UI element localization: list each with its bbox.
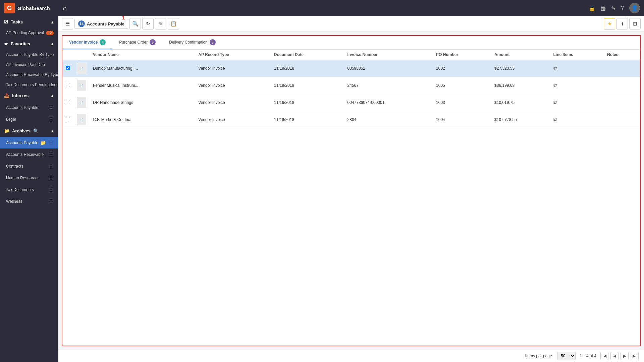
row-vendor-name: DR Handmade Strings [90,94,195,111]
row-line-items[interactable]: ⧉ [550,60,604,77]
sidebar-item-arch-ap[interactable]: Accounts Payable 📁 ⋮ [0,137,58,148]
archives-section-header[interactable]: 📁 Archives 🔍 ▲ [0,125,58,137]
tab-delivery-confirmation[interactable]: Delivery Confirmation 5 [162,36,222,49]
row-checkbox-cell[interactable] [62,77,73,94]
table-row[interactable]: 📄 Dunlop Manufacturing I... Vendor Invoi… [62,60,640,77]
tasks-label: Tasks [11,19,23,24]
edit-nav-icon[interactable]: ✎ [611,5,615,11]
arch-contracts-menu-icon[interactable]: ⋮ [48,163,54,169]
sidebar-item-tax-docs-pending[interactable]: Tax Documents Pending Inde... [0,80,58,90]
line-items-copy-icon[interactable]: ⧉ [553,82,557,88]
row-checkbox[interactable] [66,66,70,70]
row-po-number: 1005 [433,77,491,94]
col-ap-record-type: AP Record Type [195,50,271,60]
first-page-button[interactable]: |◀ [600,352,608,360]
row-ap-record-type: Vendor Invoice [195,111,271,128]
row-po-number: 1003 [433,94,491,111]
help-icon[interactable]: ? [621,5,624,11]
row-line-items[interactable]: ⧉ [550,94,604,111]
sidebar-item-ar-by-type[interactable]: Accounts Receivable By Type [0,70,58,80]
sidebar-item-arch-contracts[interactable]: Contracts ⋮ [0,160,58,172]
row-checkbox-cell[interactable] [62,94,73,111]
col-vendor-name: Vendor Name [90,50,195,60]
sidebar-item-ap-invoices-past-due[interactable]: AP Invoices Past Due [0,60,58,70]
row-checkbox-cell[interactable] [62,111,73,128]
lock-icon[interactable]: 🔒 [589,5,595,11]
row-invoice-number: 0047736074-000001 [344,94,433,111]
row-invoice-number: 2804 [344,111,433,128]
view-button[interactable]: ⊞ [629,18,641,29]
ap-pending-label: AP Pending Approval [6,31,44,35]
favorites-label: Favorites [11,41,30,46]
inbox-ap-menu-icon[interactable]: ⋮ [48,104,54,111]
archives-search-icon[interactable]: 🔍 [33,128,39,133]
favorites-section-header[interactable]: ★ Favorites ▲ [0,38,58,50]
line-items-copy-icon[interactable]: ⧉ [553,100,557,105]
footer: Items per page: 50 25 100 1 – 4 of 4 |◀ … [58,350,644,362]
items-per-page-label: Items per page: [525,354,553,358]
arch-tax-menu-icon[interactable]: ⋮ [48,186,54,193]
row-thumb-cell: 📄 [73,77,90,94]
tab-purchase-order-badge: 5 [150,39,156,45]
line-items-copy-icon[interactable]: ⧉ [553,65,557,71]
doc-thumbnail: 📄 [77,114,86,125]
row-line-items[interactable]: ⧉ [550,111,604,128]
document-table: Vendor Name AP Record Type Document Date… [62,50,640,346]
sidebar-item-arch-tax[interactable]: Tax Documents ⋮ [0,184,58,195]
row-thumb-cell: 📄 [73,111,90,128]
logo-icon: G [4,3,15,13]
doc-thumbnail: 📄 [77,63,86,74]
row-ap-record-type: Vendor Invoice [195,60,271,77]
table-row[interactable]: 📄 DR Handmade Strings Vendor Invoice 11/… [62,94,640,111]
table-row[interactable]: 📄 Fender Musical Instrum... Vendor Invoi… [62,77,640,94]
document-tabs: Vendor Invoice 4 Purchase Order 5 Delive… [62,36,640,50]
tab-vendor-invoice-label: Vendor Invoice [69,40,98,45]
arch-hr-menu-icon[interactable]: ⋮ [48,175,54,181]
main-panel: Vendor Invoice 4 Purchase Order 5 Delive… [58,32,644,350]
sidebar-item-inbox-legal[interactable]: Legal ⋮ [0,113,58,125]
table-row[interactable]: 📄 C.F. Martin & Co, Inc. Vendor Invoice … [62,111,640,128]
toolbar-title-area: 14 Accounts Payable [74,19,128,29]
share-button[interactable]: ⬆ [616,18,628,29]
prev-page-button[interactable]: ◀ [610,352,619,360]
row-line-items[interactable]: ⧉ [550,77,604,94]
arch-ap-menu-icon[interactable]: ⋮ [48,139,54,146]
favorite-button[interactable]: ★ [604,18,615,29]
tab-purchase-order[interactable]: Purchase Order 5 [112,36,162,49]
avatar[interactable]: 👤 [629,3,640,13]
tab-vendor-invoice[interactable]: Vendor Invoice 4 [62,36,112,49]
doc-thumbnail: 📄 [77,80,86,91]
sidebar-item-inbox-ap[interactable]: Accounts Payable ⋮ [0,102,58,113]
grid-icon[interactable]: ▦ [601,5,606,11]
sidebar-item-ap-pending[interactable]: AP Pending Approval 12 [0,28,58,38]
edit-button[interactable]: ✎ [155,18,166,29]
search-button[interactable]: 🔍 [129,18,141,29]
row-amount: $10,019.75 [491,94,550,111]
inboxes-label: Inboxes [12,93,29,98]
last-page-button[interactable]: ▶| [631,352,639,360]
next-page-button[interactable]: ▶ [621,352,629,360]
row-checkbox[interactable] [66,117,70,121]
tasks-section-header[interactable]: ☑ Tasks ▲ [0,16,58,28]
doc-thumbnail: 📄 [77,97,86,108]
refresh-button[interactable]: ↻ [142,18,154,29]
arch-wellness-menu-icon[interactable]: ⋮ [48,198,54,204]
inboxes-section-header[interactable]: 📥 Inboxes ▲ [0,90,58,102]
row-checkbox[interactable] [66,100,70,104]
stamp-button[interactable]: 📋 [168,18,179,29]
inboxes-icon: 📥 [4,93,9,98]
menu-button[interactable]: ☰ [62,18,73,29]
col-po-number: PO Number [433,50,491,60]
sidebar-item-arch-wellness[interactable]: Wellness ⋮ [0,195,58,207]
row-checkbox-cell[interactable] [62,60,73,77]
inbox-legal-menu-icon[interactable]: ⋮ [48,116,54,122]
row-checkbox[interactable] [66,83,70,87]
row-ap-record-type: Vendor Invoice [195,77,271,94]
sidebar-item-arch-ar[interactable]: Accounts Receivable ⋮ [0,148,58,160]
line-items-copy-icon[interactable]: ⧉ [553,117,557,122]
home-icon[interactable]: ⌂ [63,5,67,12]
items-per-page-select[interactable]: 50 25 100 [557,352,576,360]
sidebar-item-ap-by-type[interactable]: Accounts Payable By Type [0,50,58,60]
arch-ar-menu-icon[interactable]: ⋮ [48,151,54,158]
sidebar-item-arch-hr[interactable]: Human Resources ⋮ [0,172,58,184]
